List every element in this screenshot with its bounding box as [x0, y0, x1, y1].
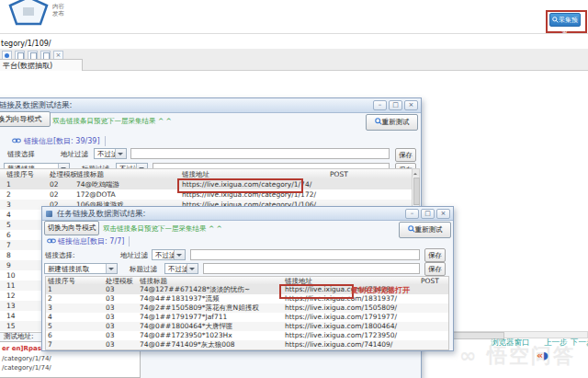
table-row[interactable]: 2 03 74@4##1831937*流频 https://live.ixigu… — [46, 294, 448, 304]
addr-filter-input[interactable] — [130, 148, 390, 159]
save-addr-filter-button[interactable]: 保存 — [395, 148, 416, 162]
retest-button[interactable]: 重新测试 — [399, 222, 451, 238]
wizard-mode-button[interactable]: 切换为向导模式 — [44, 221, 99, 235]
cell-tpl: 03 — [106, 331, 115, 339]
link-select-label: 链接选择: — [45, 251, 75, 260]
chevron-down-icon — [187, 264, 198, 273]
cell-tpl: 03 — [106, 294, 115, 303]
cell-title: 74@0##1723950*1023Hx — [140, 331, 232, 339]
cell-title: 172@DOTA — [76, 190, 116, 199]
watermark: ∞ 悟空问答 — [459, 342, 575, 370]
cell-title: 74@0##1800464*大唐悍匪 — [140, 322, 233, 331]
vscroll-thumb[interactable] — [413, 178, 420, 205]
cell-url: https://live.ixigua.com/1505809/ — [285, 304, 397, 312]
col-title: 链接标题 — [76, 170, 104, 179]
cell-title: 74@4##1831937*流频 — [140, 294, 220, 304]
cell-seq: 6 — [6, 231, 11, 239]
test-address-label: 测试地址: — [4, 332, 34, 341]
cell-seq: 15 — [6, 322, 16, 330]
cell-seq: 6 — [48, 331, 52, 339]
cell-seq: 2 — [6, 190, 11, 199]
dialog2-title: 任务链接及数据测试结果: — [57, 209, 145, 218]
dialog1-title: 任务链接及数据测试结果: — [0, 100, 72, 109]
cell-seq: 9 — [6, 261, 11, 269]
cell-tpl: 03 — [106, 340, 115, 349]
table-row[interactable]: 3 03 74@2##1505809*落花有意N姐擭权 https://live… — [46, 304, 448, 313]
cell-tpl: 02 — [50, 190, 59, 199]
link-mode-select[interactable]: 新建链接抓取 — [44, 263, 118, 274]
tab-strip: × 平台(数据抽取) — [0, 49, 588, 71]
maximize-icon[interactable]: □ — [421, 209, 435, 219]
title-filter-input[interactable] — [203, 263, 420, 274]
table-row[interactable]: 7 03 74@0##741409*灰太狼008 https://live.ix… — [46, 340, 448, 349]
addr-filter-label: 地址过滤 — [61, 150, 88, 159]
cell-seq: 5 — [48, 322, 52, 330]
minimize-icon[interactable]: – — [373, 100, 387, 110]
minimize-icon[interactable]: – — [405, 209, 419, 219]
cell-seq: 12 — [6, 292, 16, 300]
watermark-logo-icon: ∞ — [459, 344, 478, 367]
annotation-open-in-browser: 复制在浏览器打开 — [351, 285, 410, 295]
tab-platform[interactable]: 平台(数据抽取) — [0, 59, 83, 71]
mini-logo-icon: «◗ — [537, 349, 548, 361]
title-filter-select[interactable]: 不过滤 — [164, 263, 198, 274]
cell-seq: 2 — [48, 294, 52, 303]
publish-icon-label: 内容 发布 — [52, 3, 64, 17]
link-icon — [12, 137, 21, 144]
cell-seq: 11 — [6, 281, 16, 290]
dialog1-titlebar[interactable]: 任务链接及数据测试结果: – □ × — [0, 98, 421, 113]
chevron-down-icon — [115, 149, 126, 158]
link-select-label: 链接选择 — [7, 150, 35, 159]
url-highlight-box — [177, 178, 303, 193]
watermark-text: 悟空问答 — [487, 344, 575, 367]
save-title-filter-button[interactable]: 保存 — [424, 262, 446, 276]
link-info-tab[interactable]: 链接信息[数目: 7/7] — [58, 236, 130, 246]
publish-icon[interactable] — [7, 0, 50, 27]
magnifier-icon — [408, 225, 415, 233]
addr-filter-select[interactable]: 不过滤 — [94, 148, 127, 159]
table-row[interactable]: 6 03 74@0##1723950*1023Hx https://live.i… — [46, 331, 448, 340]
cell-seq: 7 — [6, 241, 11, 249]
toolbar-separator — [0, 33, 588, 34]
link-icon — [47, 237, 56, 245]
scroll-up-icon[interactable] — [413, 169, 419, 177]
chevron-down-icon — [106, 264, 117, 273]
cell-url: https://live.ixigua.com/741409/ — [285, 340, 392, 349]
addr-filter-input[interactable] — [190, 249, 420, 260]
cell-seq: 13 — [6, 302, 16, 310]
url-highlight-box — [279, 284, 354, 299]
title-filter-label: 标题过滤 — [130, 265, 157, 274]
retest-button[interactable]: 重新测试 — [366, 114, 418, 131]
test-url-line: /category/1/74/ — [2, 364, 51, 372]
table-row[interactable]: 4 03 74@1##1791977*Jaf711 https://live.i… — [46, 313, 448, 322]
save-addr-filter-button[interactable]: 保存 — [424, 248, 446, 262]
link-mode-value: 新建链接抓取 — [48, 265, 89, 273]
cell-seq: 1 — [6, 180, 11, 189]
cell-tpl: 03 — [106, 304, 115, 312]
magnifier-icon — [552, 17, 559, 23]
cell-seq: 4 — [48, 313, 52, 321]
cell-seq: 10 — [6, 271, 16, 280]
col-seq: 链接序号 — [6, 170, 34, 179]
cell-seq: 3 — [48, 304, 52, 312]
close-icon[interactable]: × — [436, 209, 450, 219]
dialog2-titlebar[interactable]: 任务链接及数据测试结果: – □ × — [42, 207, 453, 221]
addr-filter-select[interactable]: 不过滤 — [152, 249, 186, 260]
link-info-tab[interactable]: 链接信息[数目: 39/39] — [24, 136, 106, 146]
cell-title: 74@吃鸡端游 — [76, 180, 119, 189]
col-post: POST — [421, 277, 439, 285]
addr-filter-label: 地址过滤 — [120, 251, 148, 260]
cell-url: https://live.ixigua.com/1723950/ — [285, 331, 397, 339]
wizard-mode-button[interactable]: 切换为向导模式 — [0, 111, 51, 127]
collect-preview-button[interactable]: 采集预览 — [549, 13, 581, 27]
cell-seq: 5 — [6, 221, 11, 229]
close-icon[interactable]: × — [404, 100, 418, 110]
url-fragment[interactable]: tegory/1/109/ — [1, 40, 51, 48]
info-dot-icon — [5, 53, 9, 58]
chevron-down-icon — [174, 250, 185, 259]
table-row[interactable]: 5 03 74@0##1800464*大唐悍匪 https://live.ixi… — [46, 322, 448, 331]
maximize-icon[interactable]: □ — [389, 100, 402, 110]
cell-tpl: 03 — [106, 313, 115, 321]
dialog-test-results-2: 任务链接及数据测试结果: – □ × 切换为向导模式 双击链接条目预览下一层采集… — [41, 206, 454, 351]
col-post: POST — [330, 170, 348, 178]
